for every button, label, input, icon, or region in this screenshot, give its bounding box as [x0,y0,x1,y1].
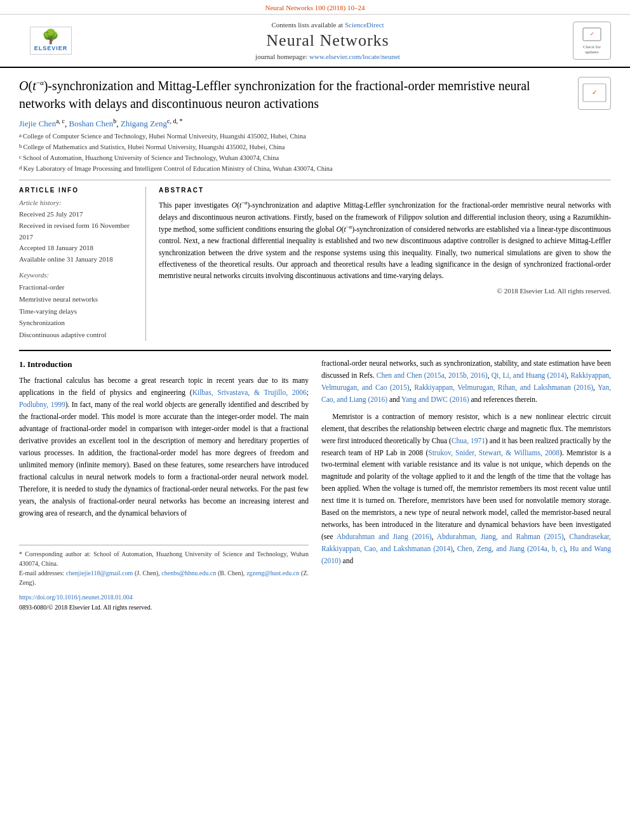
journal-logo-area: 🌳 ELSEVIER [13,27,89,55]
author-zhigang-zeng[interactable]: Zhigang Zeng [121,119,167,128]
intro-para-right-2: Memristor is a contraction of memory res… [321,411,611,568]
elsevier-brand-text: ELSEVIER [34,45,68,51]
ref-rakkiyappan-2[interactable]: Rakkiyappan, Velmurugan, Rihan, and Laks… [414,383,593,391]
article-info-column: ARTICLE INFO Article history: Received 2… [19,187,146,340]
ref-strukov[interactable]: Strukov, Snider, Stewart, & Williams, 20… [428,449,560,457]
ref-abdurahman-jiang[interactable]: Abdurahman and Jiang (2016) [337,533,432,540]
affil-b: b College of Mathematics and Statistics,… [19,142,611,152]
body-section: 1. Introduction The fractional calculus … [19,350,611,613]
footnote-area: * Corresponding author at: School of Aut… [19,545,309,587]
contents-line: Contents lists available at ScienceDirec… [102,21,554,29]
affil-d: d Key Laboratory of Image Processing and… [19,164,611,174]
ref-abdurahman-rahman[interactable]: Abdurahman, Jiang, and Rahman (2015) [437,533,564,540]
history-label: Article history: [19,199,137,206]
keyword-5: Discontinuous adaptive control [19,329,137,341]
abstract-column: ABSTRACT This paper investigates O(t−α)-… [159,187,611,340]
received-revised-date: Received in revised form 16 November 201… [19,220,137,243]
journal-title: Neural Networks [102,31,554,50]
journal-header-center: Contents lists available at ScienceDirec… [89,21,566,60]
ref-kilbas[interactable]: Kilbas, Srivastava, & Trujillo, 2006 [192,389,307,396]
check-updates-icon: ✓ [582,27,602,44]
intro-para-1: The fractional calculus has become a gre… [19,375,309,519]
journal-citation: Neural Networks 100 (2018) 10–24 [265,4,365,11]
accepted-date: Accepted 18 January 2018 [19,243,137,254]
body-col-left: 1. Introduction The fractional calculus … [19,357,309,613]
journal-header: 🌳 ELSEVIER Contents lists available at S… [0,15,630,68]
footnote-emails: E-mail addresses: chenjiejie118@gmail.co… [19,568,309,587]
abstract-label: ABSTRACT [159,187,611,194]
elsevier-logo: 🌳 ELSEVIER [30,27,72,55]
intro-para-right-1: fractional-order neural networks, such a… [321,357,611,406]
keywords-list: Fractional-order Memristive neural netwo… [19,281,137,340]
keyword-3: Time-varying delays [19,305,137,317]
ref-chen-chen[interactable]: Chen and Chen (2015a, 2015b, 2016) [377,371,488,379]
tree-icon: 🌳 [34,30,68,44]
ref-chua[interactable]: Chua, 1971 [452,437,485,444]
article-main: O(t−α)-synchronization and Mittag-Leffle… [0,68,630,620]
doi-area: https://doi.org/10.1016/j.neunet.2018.01… [19,592,309,613]
ref-chen-zeng[interactable]: Chen, Zeng, and Jiang (2014a, b, c) [457,545,566,552]
article-info-label: ARTICLE INFO [19,187,137,194]
authors-line: Jiejie Chena, c, Boshan Chenb, Zhigang Z… [19,117,611,129]
journal-citation-bar: Neural Networks 100 (2018) 10–24 [0,0,630,15]
footnote-corresponding: * Corresponding author at: School of Aut… [19,549,309,568]
check-updates-badge-header: ✓ Check forupdates [573,22,611,60]
sciencedirect-link[interactable]: ScienceDirect [345,21,384,29]
badge-icon: ✓ [582,83,607,103]
svg-text:✓: ✓ [592,89,597,96]
footnote-section: * Corresponding author at: School of Aut… [19,545,309,587]
affil-c: c School of Automation, Huazhong Univers… [19,153,611,163]
keyword-4: Synchronization [19,317,137,329]
article-history: Received 25 July 2017 Received in revise… [19,209,137,265]
author-boshan-chen[interactable]: Boshan Chen [69,119,114,128]
issn-text: 0893-6080/© 2018 Elsevier Ltd. All right… [19,604,152,611]
ref-yang[interactable]: Yang and DWC (2016) [401,396,469,403]
article-check-updates-badge: ✓ [578,77,611,110]
doi-link[interactable]: https://doi.org/10.1016/j.neunet.2018.01… [19,594,133,601]
email-boshan[interactable]: chenbs@hbnu.edu.cn [161,570,216,577]
article-title-section: O(t−α)-synchronization and Mittag-Leffle… [19,77,611,112]
intro-heading: 1. Introduction [19,357,309,371]
keyword-1: Fractional-order [19,281,137,293]
journal-homepage-line: journal homepage: www.elsevier.com/locat… [102,53,554,60]
received-date: Received 25 July 2017 [19,209,137,220]
body-col-right: fractional-order neural networks, such a… [321,357,611,613]
affiliations: a College of Computer Science and Techno… [19,131,611,173]
journal-homepage-link[interactable]: www.elsevier.com/locate/neunet [309,53,400,60]
email-jiejie[interactable]: chenjiejie118@gmail.com [66,570,133,577]
affil-a: a College of Computer Science and Techno… [19,131,611,142]
page: Neural Networks 100 (2018) 10–24 🌳 ELSEV… [0,0,630,840]
ref-podlubny[interactable]: Podlubny, 1999 [19,401,65,408]
ref-qi[interactable]: Qi, Li, and Huang (2014) [492,371,567,379]
email-zhigang[interactable]: zgzeng@hust.edu.cn [246,570,299,577]
svg-text:✓: ✓ [590,31,594,37]
keyword-2: Memristive neural networks [19,293,137,305]
author-jiejie-chen[interactable]: Jiejie Chen [19,119,56,128]
info-abstract-section: ARTICLE INFO Article history: Received 2… [19,180,611,340]
article-title: O(t−α)-synchronization and Mittag-Leffle… [19,77,568,112]
abstract-text: This paper investigates O(t−α)-synchroni… [159,199,611,281]
check-updates-text: Check forupdates [583,44,601,55]
journal-header-right: ✓ Check forupdates [566,22,617,60]
copyright-text: © 2018 Elsevier Ltd. All rights reserved… [159,287,611,295]
keywords-label: Keywords: [19,271,137,279]
available-online-date: Available online 31 January 2018 [19,254,137,265]
